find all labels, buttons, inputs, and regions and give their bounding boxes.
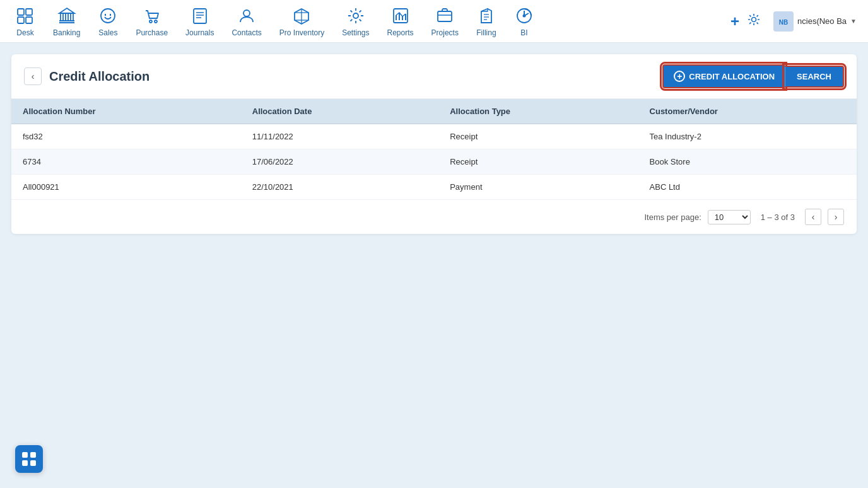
page-card: ‹ Credit Allocation + CREDIT ALLOCATION … — [11, 54, 857, 234]
bottom-left-grid-button[interactable] — [15, 445, 43, 473]
pagination-range: 1 – 3 of 3 — [761, 212, 795, 222]
svg-point-14 — [155, 20, 157, 23]
cell-customer-vendor: Book Store — [638, 149, 857, 175]
bi-icon — [514, 6, 534, 26]
nav-item-settings[interactable]: Settings — [333, 1, 378, 42]
cell-allocation-type: Payment — [438, 175, 638, 200]
svg-rect-15 — [194, 9, 206, 23]
svg-rect-7 — [71, 13, 73, 21]
table-row[interactable]: fsd32 11/11/2022 Receipt Tea Industry-2 — [11, 124, 857, 149]
avatar: NB — [773, 11, 794, 32]
pagination-prev-button[interactable]: ‹ — [805, 209, 821, 225]
svg-rect-26 — [438, 11, 452, 21]
filling-icon — [476, 6, 496, 26]
nav-label-filling: Filling — [476, 28, 496, 37]
table-body: fsd32 11/11/2022 Receipt Tea Industry-2 … — [11, 124, 857, 200]
nav-label-banking: Banking — [53, 28, 80, 37]
svg-rect-2 — [18, 17, 24, 23]
col-header-allocation-type: Allocation Type — [438, 99, 638, 124]
nav-item-desk[interactable]: Desk — [6, 1, 44, 42]
main-content: ‹ Credit Allocation + CREDIT ALLOCATION … — [0, 43, 868, 245]
svg-point-10 — [101, 9, 115, 23]
nav-item-reports[interactable]: Reports — [378, 1, 423, 42]
nav-items: Desk Banking — [6, 1, 730, 42]
svg-rect-3 — [26, 17, 32, 23]
topnav-right: + NB ncies(Neo Ba ▼ — [730, 9, 862, 34]
svg-marker-4 — [59, 8, 74, 13]
table-row[interactable]: All000921 22/10/2021 Payment ABC Ltd — [11, 175, 857, 200]
back-button[interactable]: ‹ — [24, 67, 42, 85]
col-header-allocation-date: Allocation Date — [241, 99, 438, 124]
search-button[interactable]: SEARCH — [785, 66, 844, 88]
page-header-left: ‹ Credit Allocation — [24, 67, 150, 85]
svg-rect-5 — [61, 13, 63, 21]
nav-label-contacts: Contacts — [232, 28, 261, 37]
purchase-icon — [142, 6, 162, 26]
nav-item-pro-inventory[interactable]: Pro Inventory — [271, 1, 333, 42]
svg-point-35 — [752, 18, 756, 22]
credit-allocation-button[interactable]: + CREDIT ALLOCATION — [662, 64, 785, 88]
pro-inventory-icon — [291, 6, 312, 26]
reports-icon — [390, 6, 411, 26]
user-badge[interactable]: NB ncies(Neo Ba ▼ — [768, 9, 862, 34]
nav-label-bi: BI — [520, 28, 527, 37]
pagination-next-button[interactable]: › — [828, 209, 844, 225]
items-per-page-select[interactable]: 10 25 50 100 — [708, 210, 751, 224]
cell-allocation-number: fsd32 — [11, 124, 241, 149]
page-header-right: + CREDIT ALLOCATION SEARCH — [662, 64, 844, 88]
cell-allocation-type: Receipt — [438, 124, 638, 149]
nav-label-purchase: Purchase — [136, 28, 168, 37]
nav-label-reports: Reports — [387, 28, 414, 37]
chevron-down-icon: ▼ — [850, 18, 857, 25]
sales-icon — [98, 6, 118, 26]
svg-point-20 — [353, 13, 358, 18]
svg-rect-40 — [22, 460, 28, 466]
nav-item-banking[interactable]: Banking — [44, 1, 89, 42]
nav-item-contacts[interactable]: Contacts — [223, 1, 270, 42]
cell-customer-vendor: ABC Ltd — [638, 175, 857, 200]
page-header: ‹ Credit Allocation + CREDIT ALLOCATION … — [11, 54, 857, 99]
table-row[interactable]: 6734 17/06/2022 Receipt Book Store — [11, 149, 857, 175]
nav-item-journals[interactable]: Journals — [177, 1, 223, 42]
svg-text:NB: NB — [779, 19, 788, 26]
cell-allocation-date: 17/06/2022 — [241, 149, 438, 175]
cell-allocation-date: 11/11/2022 — [241, 124, 438, 149]
nav-item-bi[interactable]: BI — [505, 1, 543, 42]
add-button[interactable]: + — [730, 14, 739, 29]
svg-rect-38 — [22, 452, 28, 458]
nav-label-sales: Sales — [98, 28, 117, 37]
pagination: Items per page: 10 25 50 100 1 – 3 of 3 … — [11, 200, 857, 234]
gear-button[interactable] — [747, 13, 761, 30]
page-title: Credit Allocation — [49, 69, 150, 84]
nav-label-desk: Desk — [16, 28, 33, 37]
nav-label-pro-inventory: Pro Inventory — [279, 28, 324, 37]
svg-rect-39 — [30, 452, 36, 458]
settings-icon — [346, 6, 366, 26]
banking-icon — [57, 6, 77, 26]
cell-customer-vendor: Tea Industry-2 — [638, 124, 857, 149]
nav-item-sales[interactable]: Sales — [89, 1, 127, 42]
cell-allocation-date: 22/10/2021 — [241, 175, 438, 200]
svg-point-13 — [150, 20, 152, 23]
allocation-table: Allocation Number Allocation Date Alloca… — [11, 99, 857, 200]
svg-point-19 — [243, 10, 250, 16]
cell-allocation-number: All000921 — [11, 175, 241, 200]
items-per-page-label: Items per page: — [644, 212, 701, 222]
plus-circle-icon: + — [674, 71, 685, 82]
nav-item-purchase[interactable]: Purchase — [127, 1, 177, 42]
nav-item-projects[interactable]: Projects — [423, 1, 467, 42]
nav-label-projects: Projects — [431, 28, 459, 37]
col-header-allocation-number: Allocation Number — [11, 99, 241, 124]
svg-rect-41 — [30, 460, 36, 466]
cell-allocation-number: 6734 — [11, 149, 241, 175]
contacts-icon — [237, 6, 257, 26]
table-header-row: Allocation Number Allocation Date Alloca… — [11, 99, 857, 124]
svg-rect-1 — [26, 9, 32, 15]
nav-label-settings: Settings — [342, 28, 369, 37]
credit-allocation-btn-label: CREDIT ALLOCATION — [689, 72, 775, 81]
svg-rect-6 — [66, 13, 68, 21]
nav-item-filling[interactable]: Filling — [467, 1, 505, 42]
cell-allocation-type: Receipt — [438, 149, 638, 175]
table-header: Allocation Number Allocation Date Alloca… — [11, 99, 857, 124]
journals-icon — [190, 6, 210, 26]
